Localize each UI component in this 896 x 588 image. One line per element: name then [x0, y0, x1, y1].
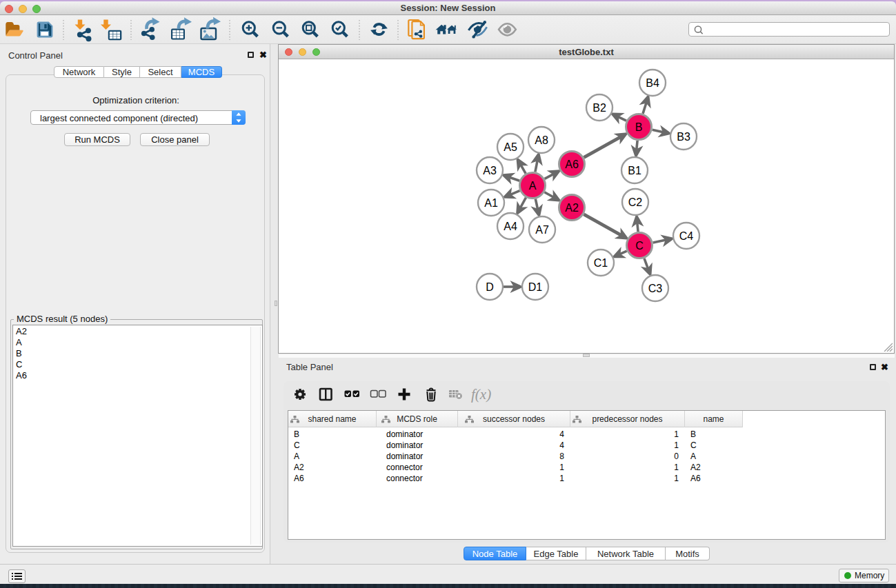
svg-text:A: A: [529, 180, 537, 192]
svg-text:A8: A8: [535, 134, 548, 146]
svg-text:B: B: [635, 121, 643, 133]
svg-text:A6: A6: [565, 159, 579, 170]
svg-text:D: D: [486, 281, 494, 293]
svg-text:B1: B1: [628, 165, 641, 176]
svg-text:C3: C3: [648, 283, 663, 294]
svg-text:A5: A5: [504, 141, 517, 153]
svg-text:B4: B4: [646, 77, 659, 89]
svg-text:A4: A4: [504, 221, 517, 232]
svg-text:C1: C1: [594, 257, 608, 269]
svg-text:A1: A1: [484, 197, 498, 209]
svg-text:D1: D1: [528, 281, 543, 293]
svg-text:A2: A2: [565, 202, 579, 214]
svg-text:B3: B3: [677, 131, 690, 143]
svg-text:C: C: [635, 240, 644, 252]
svg-text:A3: A3: [483, 165, 497, 176]
svg-text:C4: C4: [679, 230, 694, 242]
svg-text:A7: A7: [535, 224, 549, 236]
svg-text:B2: B2: [593, 102, 606, 114]
svg-text:C2: C2: [628, 196, 643, 208]
svg-text:f(x): f(x): [471, 386, 491, 403]
